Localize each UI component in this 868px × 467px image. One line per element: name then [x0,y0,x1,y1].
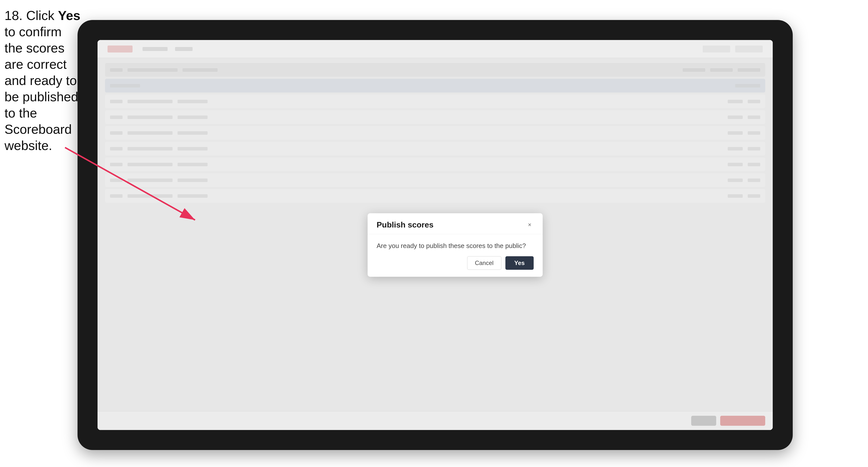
dialog-header: Publish scores × [368,213,542,234]
instruction-text: 18. Click Yes to confirm the scores are … [4,7,82,154]
tablet-screen: Publish scores × Are you ready to publis… [97,40,773,430]
dialog-body: Are you ready to publish these scores to… [368,234,542,256]
cancel-button[interactable]: Cancel [467,256,501,270]
dialog-message: Are you ready to publish these scores to… [377,241,534,250]
instruction-text-part1: Click [23,8,58,23]
close-icon[interactable]: × [526,221,534,229]
publish-scores-dialog: Publish scores × Are you ready to publis… [368,213,542,277]
bold-yes: Yes [58,8,81,23]
dialog-overlay: Publish scores × Are you ready to publis… [97,40,773,430]
dialog-title: Publish scores [377,220,434,229]
tablet-device: Publish scores × Are you ready to publis… [78,20,793,450]
yes-button[interactable]: Yes [505,256,534,270]
instruction-text-part2: to confirm the scores are correct and re… [4,25,78,153]
step-number: 18. [4,8,23,23]
dialog-footer: Cancel Yes [368,256,542,277]
